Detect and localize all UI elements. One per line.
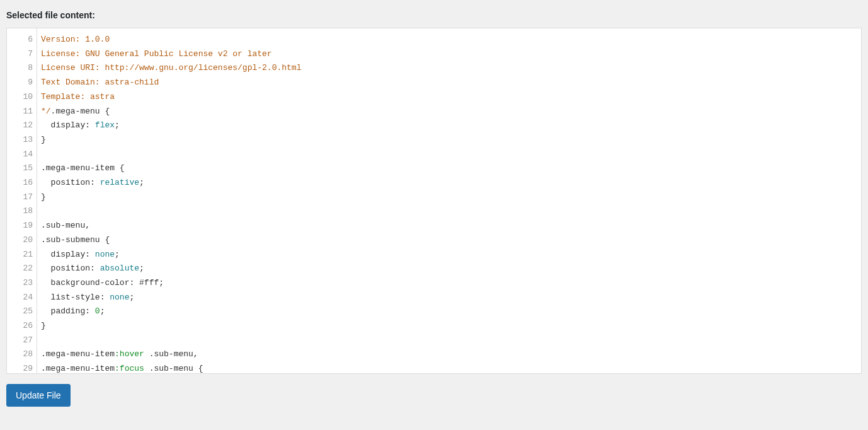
line-gutter: 6789101112131415161718192021222324252627… — [7, 28, 37, 373]
update-file-button[interactable]: Update File — [6, 384, 71, 407]
code-area[interactable]: Version: 1.0.0License: GNU General Publi… — [37, 28, 861, 373]
code-editor[interactable]: 6789101112131415161718192021222324252627… — [6, 28, 862, 374]
submit-row: Update File — [6, 384, 862, 407]
selected-file-heading: Selected file content: — [6, 10, 862, 20]
